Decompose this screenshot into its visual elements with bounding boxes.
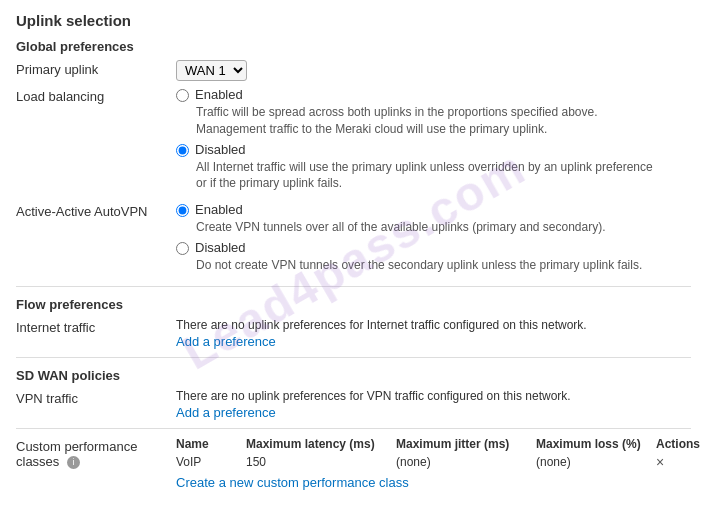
internet-traffic-row: Internet traffic There are no uplink pre…: [16, 318, 691, 349]
vpn-traffic-add-link[interactable]: Add a preference: [176, 405, 276, 420]
custom-perf-classes-row: Custom performance classes i Name Maximu…: [16, 437, 691, 490]
internet-traffic-label: Internet traffic: [16, 318, 176, 335]
row-latency: 150: [246, 455, 396, 469]
autovpn-disabled-desc: Do not create VPN tunnels over the secon…: [196, 257, 691, 274]
autovpn-disabled-label: Disabled: [195, 240, 246, 255]
custom-perf-classes-content: Name Maximum latency (ms) Maximum jitter…: [176, 437, 707, 490]
load-balancing-row: Load balancing Enabled Traffic will be s…: [16, 87, 691, 196]
create-perf-class-link[interactable]: Create a new custom performance class: [176, 475, 409, 490]
col-header-loss: Maximum loss (%): [536, 437, 656, 451]
autovpn-enabled-radio[interactable]: [176, 204, 189, 217]
autovpn-enabled-label: Enabled: [195, 202, 243, 217]
divider-1: [16, 286, 691, 287]
load-balancing-label: Load balancing: [16, 87, 176, 104]
load-balancing-disabled-label: Disabled: [195, 142, 246, 157]
vpn-traffic-row: VPN traffic There are no uplink preferen…: [16, 389, 691, 420]
load-balancing-enabled-desc: Traffic will be spread across both uplin…: [196, 104, 691, 138]
col-header-latency: Maximum latency (ms): [246, 437, 396, 451]
vpn-traffic-label: VPN traffic: [16, 389, 176, 406]
col-header-name: Name: [176, 437, 246, 451]
load-balancing-disabled-radio[interactable]: [176, 144, 189, 157]
internet-traffic-content: There are no uplink preferences for Inte…: [176, 318, 691, 349]
global-preferences-header: Global preferences: [16, 39, 691, 54]
row-name: VoIP: [176, 455, 246, 469]
col-header-jitter: Maximum jitter (ms): [396, 437, 536, 451]
autovpn-row: Active-Active AutoVPN Enabled Create VPN…: [16, 202, 691, 278]
col-header-actions: Actions: [656, 437, 707, 451]
load-balancing-enabled-option: Enabled: [176, 87, 691, 102]
autovpn-disabled-option: Disabled: [176, 240, 691, 255]
vpn-traffic-content: There are no uplink preferences for VPN …: [176, 389, 691, 420]
primary-uplink-label: Primary uplink: [16, 60, 176, 77]
load-balancing-disabled-option: Disabled: [176, 142, 691, 157]
load-balancing-enabled-label: Enabled: [195, 87, 243, 102]
autovpn-disabled-radio[interactable]: [176, 242, 189, 255]
autovpn-enabled-option: Enabled: [176, 202, 691, 217]
internet-traffic-add-link[interactable]: Add a preference: [176, 334, 276, 349]
flow-preferences-header: Flow preferences: [16, 297, 691, 312]
divider-3: [16, 428, 691, 429]
primary-uplink-select[interactable]: WAN 1 WAN 2: [176, 60, 247, 81]
page-title: Uplink selection: [16, 12, 691, 29]
custom-perf-classes-label: Custom performance classes i: [16, 437, 176, 469]
row-delete-button[interactable]: ×: [656, 454, 707, 470]
autovpn-enabled-desc: Create VPN tunnels over all of the avail…: [196, 219, 691, 236]
primary-uplink-content: WAN 1 WAN 2: [176, 60, 691, 81]
table-row: VoIP 150 (none) (none) ×: [176, 454, 707, 470]
divider-2: [16, 357, 691, 358]
load-balancing-enabled-radio[interactable]: [176, 89, 189, 102]
load-balancing-content: Enabled Traffic will be spread across bo…: [176, 87, 691, 196]
row-jitter: (none): [396, 455, 536, 469]
row-loss: (none): [536, 455, 656, 469]
load-balancing-disabled-desc: All Internet traffic will use the primar…: [196, 159, 691, 193]
vpn-traffic-no-pref: There are no uplink preferences for VPN …: [176, 389, 691, 403]
info-icon[interactable]: i: [67, 456, 80, 469]
internet-traffic-no-pref: There are no uplink preferences for Inte…: [176, 318, 691, 332]
autovpn-label: Active-Active AutoVPN: [16, 202, 176, 219]
perf-table-header: Name Maximum latency (ms) Maximum jitter…: [176, 437, 707, 451]
primary-uplink-row: Primary uplink WAN 1 WAN 2: [16, 60, 691, 81]
sd-wan-policies-header: SD WAN policies: [16, 368, 691, 383]
autovpn-content: Enabled Create VPN tunnels over all of t…: [176, 202, 691, 278]
